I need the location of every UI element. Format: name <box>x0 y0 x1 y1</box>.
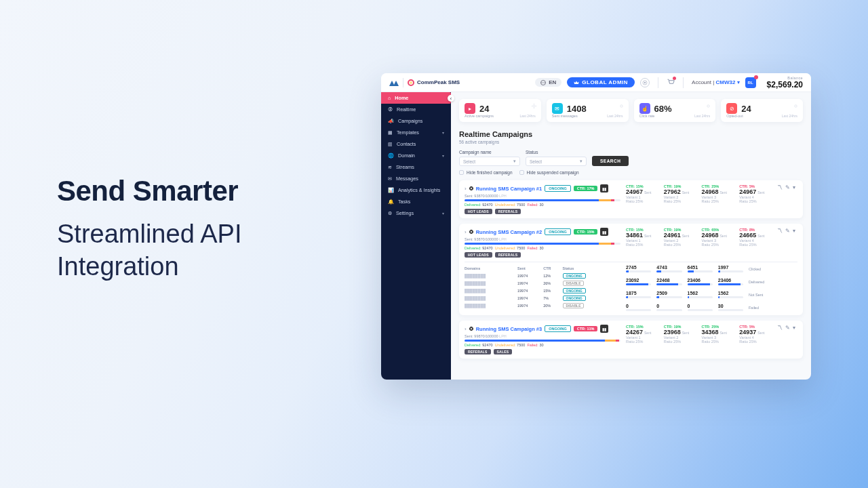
ctr-badge: CTR: 11% <box>574 326 598 331</box>
language-switcher[interactable]: EN <box>535 78 561 87</box>
marketing-hero: Send Smarter Streamlined API Integration <box>57 176 241 283</box>
pause-button[interactable]: ▮▮ <box>600 325 608 333</box>
pin-icon[interactable] <box>468 229 473 235</box>
domain-status-badge[interactable]: ONGOING <box>563 288 586 293</box>
notification-dot-icon <box>754 75 758 79</box>
gear-icon[interactable] <box>705 103 711 109</box>
chevron-down-icon: ▾ <box>442 130 444 135</box>
gear-icon: ⚙ <box>388 210 392 216</box>
tag: REFERALS <box>495 209 521 214</box>
sidebar-item-templates[interactable]: ▦ Templates ▾ <box>381 127 451 138</box>
variant-cell: CTR: 5% 24937Sent Variant 4Ratio 25% <box>739 325 772 344</box>
campaign-icon: ▸ <box>465 103 475 114</box>
svg-point-5 <box>620 105 622 107</box>
chevron-down-icon[interactable]: ▾ <box>793 228 795 234</box>
domain-status-badge[interactable]: ONGOING <box>563 296 586 301</box>
chart-icon[interactable]: 〽 <box>777 325 783 331</box>
pin-icon[interactable] <box>468 326 473 331</box>
variant-cell: CTR: 19% 24961Sent Variant 2Ratio 25% <box>664 228 696 247</box>
message-icon: ✉ <box>388 176 392 182</box>
template-icon: ▦ <box>388 129 393 136</box>
cart-button[interactable] <box>667 78 675 87</box>
section-heading: Realtime Campaigns <box>459 130 803 138</box>
chevron-right-icon[interactable]: › <box>465 326 467 332</box>
domain-status-badge[interactable]: DISABLE <box>563 281 585 286</box>
variant-value: 24967 <box>626 188 643 195</box>
gear-icon[interactable] <box>618 103 625 109</box>
gear-icon[interactable] <box>793 103 799 109</box>
campaign-card-expanded: › Running SMS Campaign #2 ONGOING CTR: 1… <box>459 224 803 315</box>
edit-icon[interactable]: ✎ <box>785 184 790 190</box>
global-admin-button[interactable]: GLOBAL ADMIN <box>567 77 635 87</box>
metric-row-label: Not Sent <box>749 291 772 298</box>
account-switcher[interactable]: Account | CMW32 ▾ <box>692 79 740 85</box>
sidebar-item-realtime[interactable]: ⦿ Realtime <box>381 104 451 115</box>
sidebar-item-streams[interactable]: ≋ Streams <box>381 161 451 173</box>
metric-cell: 0 <box>626 304 651 311</box>
variant-value: 24968 <box>702 188 719 195</box>
hide-suspended-checkbox[interactable]: Hide suspended campaign <box>519 170 579 175</box>
campaign-status-select[interactable]: Select▾ <box>526 157 587 166</box>
pause-button[interactable]: ▮▮ <box>600 184 608 192</box>
chevron-right-icon[interactable]: › <box>465 186 467 192</box>
campaign-name-select[interactable]: Select▾ <box>459 157 520 166</box>
hide-finished-checkbox[interactable]: Hide finished campaign <box>459 170 513 175</box>
sidebar-item-tasks[interactable]: 🔔 Tasks <box>381 196 451 207</box>
edit-icon[interactable]: ✎ <box>785 325 790 331</box>
chevron-down-icon: ▾ <box>580 159 583 164</box>
variant-value: 24961 <box>664 232 681 239</box>
sidebar-item-messages[interactable]: ✉ Messages <box>381 173 451 184</box>
app-window: CommPeak SMS EN GLOBAL ADMIN Account | C… <box>381 73 811 380</box>
search-button[interactable]: SEARCH <box>592 156 629 166</box>
sidebar-item-contacts[interactable]: ▥ Contacts <box>381 138 451 150</box>
metric-cell: 22468 <box>656 278 682 285</box>
table-row: ████████1997426%DISABLE <box>465 279 620 287</box>
kpi-active-campaigns: ▸ 24 Active campaigns Last 24hrs <box>459 99 541 122</box>
pin-icon[interactable] <box>468 186 473 191</box>
metric-cell: 6451 <box>688 265 713 272</box>
variant-cell: CTR: 65% 24968Sent Variant 3Ratio 25% <box>702 228 734 247</box>
metric-row-label: Clicked <box>749 265 772 272</box>
variant-value: 34368 <box>702 329 719 336</box>
variant-value: 24937 <box>739 329 756 336</box>
sidebar: ‹ ⌂ Home ⦿ Realtime 📣 Campaigns ▦ Templa… <box>381 92 451 380</box>
sidebar-item-campaigns[interactable]: 📣 Campaigns <box>381 115 451 127</box>
hero-subtitle: Streamlined API Integration <box>57 218 241 283</box>
ctr-badge: CTR: 15% <box>574 229 598 235</box>
metric-cell: 1562 <box>718 291 743 298</box>
brand: CommPeak SMS <box>408 79 460 86</box>
sidebar-item-home[interactable]: ⌂ Home <box>381 92 451 104</box>
metric-cell: 23406 <box>688 278 713 285</box>
pause-button[interactable]: ▮▮ <box>600 228 608 236</box>
svg-point-4 <box>533 105 535 107</box>
crown-icon <box>574 80 579 85</box>
sidebar-item-domain[interactable]: 🌐 Domain ▾ <box>381 150 451 161</box>
campaign-link[interactable]: Running SMS Campaign #3 <box>476 326 542 332</box>
sidebar-item-analytics[interactable]: 📊 Analytics & Insights <box>381 184 451 196</box>
variant-value: 34861 <box>626 232 643 239</box>
sms-icon <box>408 79 414 86</box>
chevron-right-icon[interactable]: › <box>465 229 467 235</box>
chevron-down-icon[interactable]: ▾ <box>793 184 795 190</box>
chart-icon[interactable]: 〽 <box>777 228 783 234</box>
sidebar-item-settings[interactable]: ⚙ Settings ▾ <box>381 207 451 219</box>
help-icon[interactable] <box>640 78 650 87</box>
table-row: ████████199747%ONGOING <box>465 294 620 302</box>
domain-status-badge[interactable]: ONGOING <box>563 273 586 279</box>
gear-icon[interactable] <box>531 103 537 109</box>
campaign-link[interactable]: Running SMS Campaign #1 <box>476 186 542 192</box>
campaign-link[interactable]: Running SMS Campaign #2 <box>476 229 542 235</box>
kpi-click-rate: ☝ 68% Click rate Last 24hrs <box>634 99 716 122</box>
avatar[interactable]: RL <box>745 77 756 88</box>
domain-status-badge[interactable]: DISABLE <box>563 303 585 308</box>
optout-icon: ⊘ <box>726 103 737 114</box>
chevron-down-icon: ▾ <box>442 153 444 158</box>
campaign-card: › Running SMS Campaign #1 ONGOING CTR: 1… <box>459 180 803 218</box>
variant-value: 24267 <box>626 329 643 336</box>
edit-icon[interactable]: ✎ <box>785 228 790 234</box>
chevron-down-icon[interactable]: ▾ <box>793 325 795 331</box>
chart-icon[interactable]: 〽 <box>777 184 783 190</box>
chevron-down-icon: ▾ <box>513 159 516 164</box>
metric-cell: 30 <box>718 304 743 311</box>
chevron-down-icon: ▾ <box>737 79 740 85</box>
